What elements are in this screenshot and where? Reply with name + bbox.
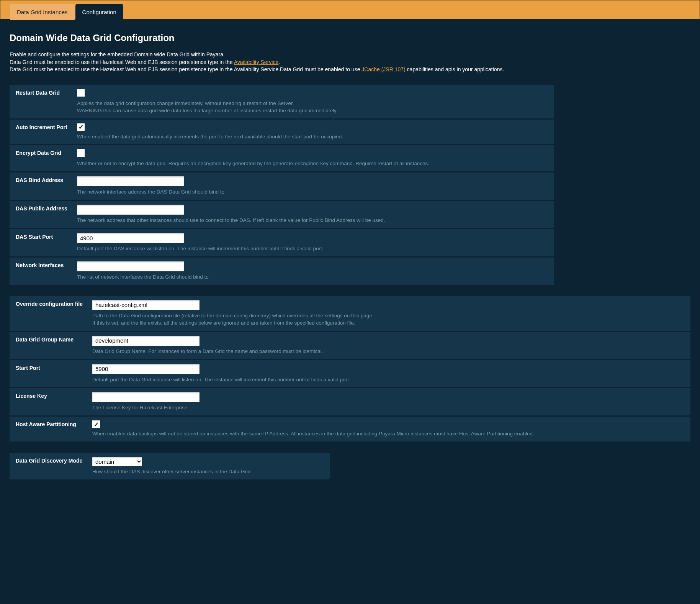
label-das-bind-address: DAS Bind Address (16, 176, 77, 183)
label-network-interfaces: Network Interfaces (16, 261, 77, 268)
label-override-config-file: Override configuration file (16, 300, 92, 307)
hint-text: Default port the Data Grid instance will… (92, 376, 684, 384)
intro-text: Data Grid must be enabled to use the Haz… (10, 59, 234, 65)
page-intro: Enable and configure the settings for th… (10, 51, 690, 74)
intro-text: . (278, 59, 280, 65)
label-host-aware: Host Aware Partitioning (16, 420, 92, 427)
label-start-port: Start Port (16, 364, 92, 371)
hint-text: When enabled the data grid automatically… (77, 133, 548, 141)
tab-configuration[interactable]: Configuration (75, 4, 123, 20)
row-das-public-address: DAS Public Address The network address t… (10, 201, 554, 228)
hint-text: The License Key for Hazelcast Enterprise (92, 404, 684, 412)
row-das-start-port: DAS Start Port Default port the DAS inst… (10, 229, 554, 256)
row-override-config-file: Override configuration file Path to the … (10, 296, 690, 331)
checkbox-auto-increment-port[interactable]: ✓ (77, 123, 85, 131)
input-group-name[interactable] (92, 336, 200, 346)
label-das-public-address: DAS Public Address (16, 205, 77, 212)
row-restart-data-grid: Restart Data Grid Applies the data grid … (10, 85, 554, 118)
row-license-key: License Key The License Key for Hazelcas… (10, 388, 690, 415)
link-availability-service[interactable]: Availability Service (234, 59, 278, 65)
checkbox-host-aware[interactable]: ✓ (92, 420, 100, 428)
hint-text: The network address that other instances… (77, 217, 548, 224)
page-title: Domain Wide Data Grid Configuration (10, 33, 690, 43)
section-das: Restart Data Grid Applies the data grid … (10, 85, 690, 285)
hint-text: WARNING this can cause data grid wide da… (77, 107, 548, 115)
row-discovery-mode: Data Grid Discovery Mode domain How shou… (10, 453, 330, 479)
input-das-start-port[interactable] (77, 233, 184, 243)
input-das-bind-address[interactable] (77, 176, 184, 186)
label-group-name: Data Grid Group Name (16, 336, 92, 343)
row-start-port: Start Port Default port the Data Grid in… (10, 360, 690, 387)
checkbox-restart-data-grid[interactable] (77, 89, 85, 97)
tab-data-grid-instances[interactable]: Data Grid Instances (10, 4, 75, 20)
label-restart-data-grid: Restart Data Grid (16, 89, 77, 96)
section-grid: Override configuration file Path to the … (10, 296, 690, 442)
page-content: Domain Wide Data Grid Configuration Enab… (0, 19, 700, 499)
label-auto-increment-port: Auto Increment Port (16, 123, 77, 130)
row-das-bind-address: DAS Bind Address The network interface a… (10, 172, 554, 200)
checkbox-encrypt-data-grid[interactable] (77, 149, 85, 157)
input-network-interfaces[interactable] (77, 261, 184, 271)
intro-text: Enable and configure the settings for th… (10, 51, 225, 57)
row-host-aware: Host Aware Partitioning ✓ When enabled d… (10, 417, 690, 442)
hint-text: If this is set, and the file exists, all… (92, 320, 684, 327)
section-discovery: Data Grid Discovery Mode domain How shou… (10, 453, 690, 479)
input-license-key[interactable] (92, 392, 200, 402)
label-encrypt-data-grid: Encrypt Data Grid (16, 149, 77, 156)
label-license-key: License Key (16, 392, 92, 399)
hint-text: How should the DAS discover other server… (92, 468, 324, 476)
hint-text: Whether or not to encrypt the data grid.… (77, 160, 548, 167)
row-network-interfaces: Network Interfaces The list of network i… (10, 258, 554, 285)
label-discovery-mode: Data Grid Discovery Mode (16, 457, 92, 464)
input-start-port[interactable] (92, 364, 200, 374)
hint-text: The network interface address the DAS Da… (77, 189, 548, 196)
row-group-name: Data Grid Group Name Data Grid Group Nam… (10, 332, 690, 359)
input-override-config-file[interactable] (92, 300, 200, 310)
link-jcache[interactable]: JCache (JSR 107) (361, 66, 405, 72)
hint-text: Default port the DAS instance will liste… (77, 245, 548, 253)
hint-text: Applies the data grid configuration chan… (77, 100, 548, 107)
hint-text: Path to the Data Grid configuration file… (92, 312, 684, 320)
select-discovery-mode[interactable]: domain (92, 457, 142, 466)
row-auto-increment-port: Auto Increment Port ✓ When enabled the d… (10, 120, 554, 144)
intro-text: Data Grid must be enabled to use the Haz… (10, 66, 361, 72)
hint-text: Data Grid Group Name. For instances to f… (92, 348, 684, 355)
intro-text: capabilities and apis in your applicatio… (406, 66, 504, 72)
hint-text: When enabled data backups will not be st… (92, 430, 684, 438)
input-das-public-address[interactable] (77, 205, 184, 215)
label-das-start-port: DAS Start Port (16, 233, 77, 240)
row-encrypt-data-grid: Encrypt Data Grid Whether or not to encr… (10, 145, 554, 171)
tab-bar: Data Grid Instances Configuration (0, 0, 700, 19)
hint-text: The list of network interfaces the Data … (77, 274, 548, 281)
